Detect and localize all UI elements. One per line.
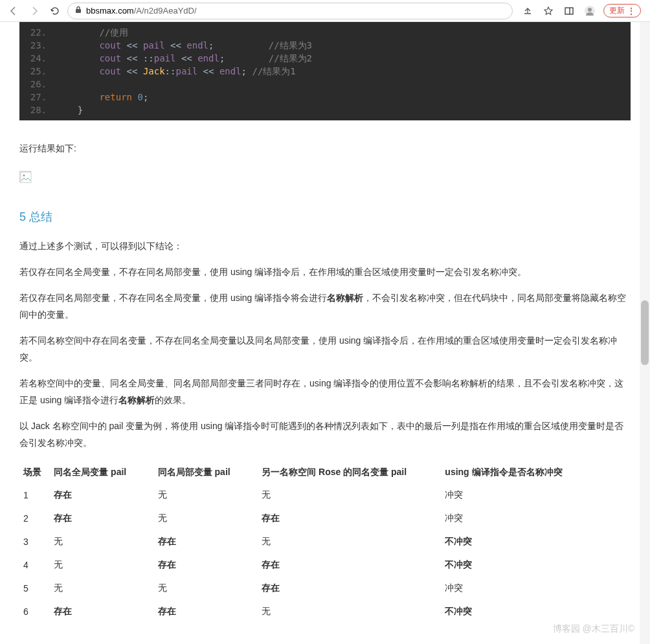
svg-rect-0 [76,9,81,13]
table-header: 同名局部变量 pail [154,461,258,483]
section-summary: 5 总结 [19,209,631,225]
svg-point-6 [23,175,25,177]
content: 22. //使用 23. cout << pail << endl; //结果为… [19,22,631,644]
update-label: 更新 [609,5,625,16]
code-line: 27. return 0; [19,91,631,104]
panel-icon[interactable] [562,4,576,18]
back-button[interactable] [5,3,22,19]
scrollbar[interactable] [640,22,650,644]
code-line: 24. cout << ::pail << endl; //结果为2 [19,52,631,65]
table-row: 6存在存在无不冲突 [19,600,631,623]
code-block: 22. //使用 23. cout << pail << endl; //结果为… [19,22,631,120]
code-line: 22. //使用 [19,26,631,39]
table-row: 5无无存在冲突 [19,577,631,600]
star-icon[interactable] [541,4,555,18]
table-row: 1存在无无冲突 [19,483,631,507]
reload-button[interactable] [47,3,63,19]
conflict-table: 场景同名全局变量 pail同名局部变量 pail另一名称空间 Rose 的同名变… [19,461,631,623]
scrollbar-thumb[interactable] [641,300,649,365]
svg-rect-5 [21,172,31,183]
update-button[interactable]: 更新⋮ [603,4,641,17]
table-body: 1存在无无冲突2存在无存在冲突3无存在无不冲突4无存在存在不冲突5无无存在冲突6… [19,483,631,623]
code-line: 25. cout << Jack::pail << endl; //结果为1 [19,65,631,78]
code-line: 23. cout << pail << endl; //结果为3 [19,39,631,52]
code-line: 26. [19,78,631,91]
profile-icon[interactable] [583,4,597,18]
table-row: 4无存在存在不冲突 [19,553,631,577]
url-text: bbsmax.com/A/n2d9AeaYdD/ [86,6,197,16]
broken-image-icon [19,171,31,183]
address-bar[interactable]: bbsmax.com/A/n2d9AeaYdD/ [67,3,513,19]
para-4: 若名称空间中的变量、同名全局变量、同名局部局部变量三者同时存在，using 编译… [19,375,631,408]
table-row: 3无存在无不冲突 [19,530,631,553]
forward-button[interactable] [26,3,43,19]
code-line: 28. } [19,104,631,117]
share-icon[interactable] [521,4,535,18]
para-1: 若仅存在同名全局变量，不存在同名局部变量，使用 using 编译指令后，在作用域… [19,263,631,280]
toolbar-right: 更新⋮ [517,4,645,18]
menu-dots-icon: ⋮ [627,6,635,16]
page: 22. //使用 23. cout << pail << endl; //结果为… [0,22,650,644]
para-5: 以 Jack 名称空间中的 pail 变量为例，将使用 using 编译指令时可… [19,417,631,451]
para-intro: 通过上述多个测试，可以得到以下结论： [19,238,631,254]
result-intro: 运行结果如下: [19,140,631,157]
table-header: 另一名称空间 Rose 的同名变量 pail [258,461,441,483]
table-row: 2存在无存在冲突 [19,507,631,530]
browser-toolbar: bbsmax.com/A/n2d9AeaYdD/ 更新⋮ [0,0,650,22]
table-header: 同名全局变量 pail [50,461,153,483]
table-header: 场景 [19,461,50,483]
table-header-row: 场景同名全局变量 pail同名局部变量 pail另一名称空间 Rose 的同名变… [19,461,631,483]
table-header: using 编译指令是否名称冲突 [441,461,631,483]
svg-rect-1 [565,8,573,14]
svg-point-4 [588,8,592,12]
para-3: 若不同名称空间中存在同名变量，不存在同名全局变量以及同名局部变量，使用 usin… [19,332,631,366]
para-2: 若仅存在同名局部变量，不存在同名全局变量，使用 using 编译指令将会进行名称… [19,289,631,323]
lock-icon [74,6,82,16]
